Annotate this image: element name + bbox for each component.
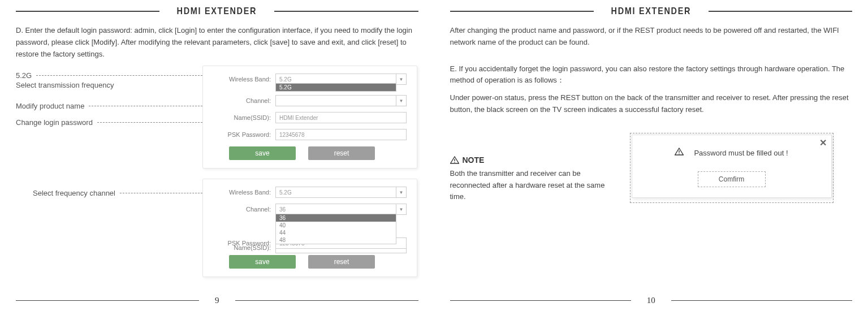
input-psk-value: 12345678 [279,132,305,138]
select-wireless-band-2-value: 5.2G [279,189,292,196]
annotation-band-2: Select transmission frequency [16,81,202,89]
header-title: HDMI EXTENDER [177,6,257,17]
footer-rule-right [235,300,418,301]
dropdown-option[interactable]: 44 [276,229,396,236]
label-wireless-band: Wireless Band: [209,189,271,196]
page-footer: 10 [450,296,853,305]
row-channel-2: Channel: 36 ▼ 36 40 44 48 [209,203,407,215]
save-button[interactable]: save [229,146,296,160]
annotation-name: Modify product name [16,102,202,110]
header-title: HDMI EXTENDER [611,6,691,17]
svg-point-1 [454,162,455,163]
config-panel-channel: Wireless Band: 5.2G ▼ Channel: 36 ▼ 36 4… [202,179,417,277]
reset-button[interactable]: reset [308,255,375,269]
warning-icon [675,148,687,159]
dropdown-option[interactable]: 48 [276,236,396,244]
select-wireless-band-value: 5.2G [279,76,292,83]
page-number: 10 [647,296,655,305]
svg-point-3 [679,153,680,154]
note-head: NOTE [450,156,614,165]
dashed-connector [36,75,202,76]
row-channel: Channel: ▼ [209,94,407,107]
dialog-inner: ✕ Password must be filled out ! Comfirm [632,135,832,198]
dropdown-channel[interactable]: 36 40 44 48 [275,214,396,244]
row-wireless-band-2: Wireless Band: 5.2G ▼ [209,186,407,198]
footer-rule-left [450,300,631,301]
intro-paragraph: D. Enter the default login password: adm… [16,25,418,60]
header-rule-left [450,11,594,12]
annotation-name-text: Modify product name [16,102,84,110]
chevron-down-icon: ▼ [396,96,406,106]
label-channel: Channel: [209,97,271,104]
header-rule-right [709,11,852,12]
input-name-value: HDMI Extender [279,115,318,121]
label-psk: PSK Password: [209,131,271,138]
header-rule-left [16,11,159,12]
row-psk: PSK Password: 12345678 [209,128,407,141]
dialog-message: Password must be filled out ! [694,149,788,157]
row-wireless-band: Wireless Band: 5.2G ▼ 5.2G [209,73,407,85]
select-channel[interactable]: ▼ [275,95,407,106]
left-content: 5.2G Select transmission frequency Modif… [16,66,418,287]
note-body: Both the transmitter and receiver can be… [450,168,614,203]
annotation-password-text: Change login password [16,118,93,127]
page-header: HDMI EXTENDER [16,6,418,17]
dialog-box: ✕ Password must be filled out ! Comfirm [630,133,834,203]
label-psk: PSK Password: [209,240,271,247]
label-channel: Channel: [209,206,271,213]
footer-rule-right [671,300,852,301]
annotation-band-line1: 5.2G [16,71,32,80]
dashed-connector [89,106,202,106]
page-footer: 9 [16,296,418,305]
input-name[interactable]: HDMI Extender [275,112,407,123]
annotation-channel-text: Select frequency channel [33,189,115,197]
dropdown-option[interactable]: 40 [276,222,396,229]
annotation-channel: Select frequency channel [16,189,202,197]
paragraph-reset: Under power-on status, press the REST bu… [450,92,853,116]
confirm-button[interactable]: Comfirm [698,171,766,187]
paragraph-after-change: After changing the product name and pass… [450,25,853,49]
label-name: Name(SSID): [209,114,271,121]
note-title: NOTE [463,156,485,165]
annotation-band-line2: Select transmission frequency [16,81,114,89]
button-row-2: save reset [209,255,407,269]
page-left: HDMI EXTENDER D. Enter the default login… [0,0,434,311]
button-row: save reset [209,146,407,160]
input-psk[interactable]: 12345678 [275,129,407,140]
page-header: HDMI EXTENDER [450,6,853,17]
chevron-down-icon: ▼ [396,204,406,214]
annotation-band: 5.2G [16,71,202,80]
dropdown-option[interactable]: 5.2G [276,84,396,91]
paragraph-e: E. If you accidentally forget the login … [450,63,853,87]
select-channel-2[interactable]: 36 ▼ [275,204,407,215]
annotations-column: 5.2G Select transmission frequency Modif… [16,66,202,287]
close-icon[interactable]: ✕ [819,137,827,148]
select-wireless-band-2[interactable]: 5.2G ▼ [275,187,407,198]
panels-column: Wireless Band: 5.2G ▼ 5.2G Channel: ▼ [202,66,418,287]
dashed-connector [97,122,202,123]
page-number: 9 [215,296,219,305]
dropdown-option[interactable]: 36 [276,214,396,222]
chevron-down-icon: ▼ [396,187,406,197]
warning-icon [450,156,459,164]
note-block: NOTE Both the transmitter and receiver c… [450,133,614,203]
save-button[interactable]: save [229,255,296,269]
row-name: Name(SSID): HDMI Extender [209,111,407,124]
dropdown-wireless-band[interactable]: 5.2G [275,83,396,92]
select-channel-2-value: 36 [279,206,286,213]
page-right: HDMI EXTENDER After changing the product… [434,0,869,311]
annotation-password: Change login password [16,118,202,127]
config-panel-band: Wireless Band: 5.2G ▼ 5.2G Channel: ▼ [202,66,417,169]
dashed-connector [120,193,202,193]
chevron-down-icon: ▼ [396,74,406,84]
header-rule-right [274,11,418,12]
dialog-message-row: Password must be filled out ! [632,148,831,159]
note-and-dialog: NOTE Both the transmitter and receiver c… [450,133,853,203]
reset-button[interactable]: reset [308,146,375,160]
label-wireless-band: Wireless Band: [209,76,271,83]
footer-rule-left [16,300,199,301]
